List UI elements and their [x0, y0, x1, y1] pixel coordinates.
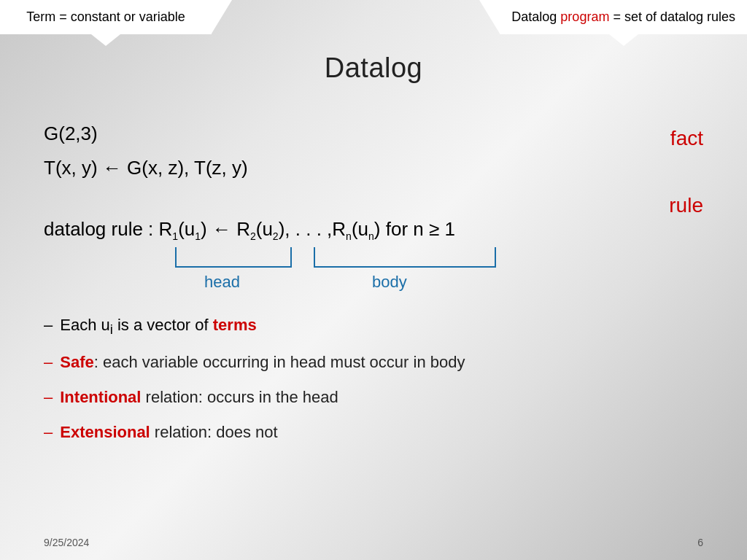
- fact-row: G(2,3) fact: [44, 117, 703, 151]
- rule-formula: datalog rule : R1(u1) ← R2(u2), . . . ,R…: [44, 214, 703, 245]
- body-label: body: [372, 269, 407, 295]
- head-bracket: [175, 247, 292, 268]
- page-number: 6: [697, 537, 703, 548]
- callout-left-down-arrow: [91, 34, 120, 46]
- fact-expression: G(2,3): [44, 122, 98, 144]
- footer-date: 9/25/2024: [44, 537, 89, 548]
- extensional-suffix: relation: does not: [150, 423, 278, 441]
- intentional-bold: Intentional: [60, 388, 141, 406]
- content-area: G(2,3) fact T(x, y) ← G(x, z), T(z, y) r…: [44, 102, 703, 451]
- bullet-dash-2: –: [44, 346, 53, 378]
- bullet-item-extensional: – Extensional relation: does not: [44, 416, 703, 448]
- bullet-text-1: Each ui is a vector of terms: [60, 309, 256, 343]
- callout-right-down-arrow: [609, 34, 638, 46]
- bullet-item-terms: – Each ui is a vector of terms: [44, 309, 703, 343]
- callout-right-prefix: Datalog: [511, 9, 560, 24]
- callout-left-arrow: [212, 0, 232, 34]
- rule-row: T(x, y) ← G(x, z), T(z, y) rule: [44, 151, 703, 185]
- callout-right-keyword: program: [560, 9, 609, 24]
- examples-block: G(2,3) fact T(x, y) ← G(x, z), T(z, y) r…: [44, 117, 703, 185]
- bullet-text-3: Intentional relation: occurs in the head: [60, 381, 338, 413]
- rule-definition: datalog rule : R1(u1) ← R2(u2), . . . ,R…: [44, 214, 703, 288]
- callout-left: Term = constant or variable: [0, 0, 212, 34]
- rule-expression: T(x, y) ← G(x, z), T(z, y): [44, 157, 248, 179]
- bracket-area: head body: [175, 247, 703, 287]
- callout-left-text: Term = constant or variable: [26, 9, 185, 24]
- extensional-bold: Extensional: [60, 423, 150, 441]
- bullet-list: – Each ui is a vector of terms – Safe: e…: [44, 309, 703, 448]
- callout-right-suffix: = set of datalog rules: [609, 9, 735, 24]
- callout-right-arrow: [479, 0, 500, 34]
- formula-text: datalog rule : R1(u1) ← R2(u2), . . . ,R…: [44, 214, 455, 245]
- safe-bold: Safe: [60, 353, 93, 371]
- bullet-dash-3: –: [44, 381, 53, 413]
- body-bracket: [314, 247, 496, 268]
- bullet-dash-1: –: [44, 309, 53, 341]
- bullet-text-4: Extensional relation: does not: [60, 416, 277, 448]
- bullet-text-2: Safe: each variable occurring in head mu…: [60, 346, 465, 378]
- bullet-dash-4: –: [44, 416, 53, 448]
- intentional-suffix: relation: occurs in the head: [141, 388, 338, 406]
- slide-title: Datalog: [325, 52, 422, 84]
- head-label: head: [204, 269, 240, 295]
- safe-suffix: : each variable occurring in head must o…: [94, 353, 465, 371]
- terms-bold: terms: [213, 316, 257, 334]
- bullet-item-intentional: – Intentional relation: occurs in the he…: [44, 381, 703, 413]
- bullet-item-safe: – Safe: each variable occurring in head …: [44, 346, 703, 378]
- callout-right: Datalog program = set of datalog rules: [500, 0, 747, 34]
